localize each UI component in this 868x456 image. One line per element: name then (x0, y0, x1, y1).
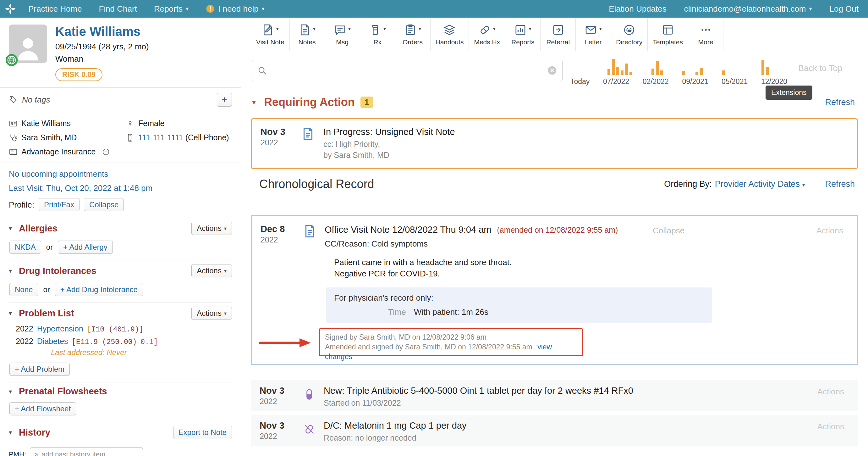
toolbar-msg-button[interactable]: ▾Msg (325, 18, 360, 51)
tags-empty-label: No tags (22, 95, 212, 105)
toolbar-templates-button[interactable]: Templates (648, 18, 688, 51)
timeline-bar (660, 70, 663, 75)
toolbar-directory-button[interactable]: Directory (611, 18, 648, 51)
nav-i-need-help[interactable]: I need help▾ (206, 4, 265, 14)
collapse-caret-icon[interactable]: ▾ (9, 267, 19, 275)
unsigned-note-by: by Sara Smith, MD (323, 151, 848, 160)
add-problem-button[interactable]: + Add Problem (9, 363, 70, 376)
toolbar-notes-button[interactable]: ▾Notes (290, 18, 325, 51)
collapse-note-button[interactable]: Collapse (653, 226, 684, 235)
insurance-card-icon (9, 147, 18, 156)
search-input[interactable] (267, 66, 547, 76)
problem-code: [E11.9 (250.00) (72, 338, 137, 346)
nav-elation-updates[interactable]: Elation Updates (609, 4, 666, 14)
chevron-down-icon: ▾ (186, 5, 189, 12)
collapse-caret-icon[interactable]: ▾ (9, 225, 19, 232)
detail-phone-link[interactable]: 111-111-1111 (138, 133, 183, 142)
ordering-by-select[interactable]: Provider Activity Dates ▾ (715, 179, 805, 189)
drug-intolerances-actions-button[interactable]: Actions▾ (191, 264, 232, 277)
item-title[interactable]: New: Triple Antibiotic 5-400-5000 Oint 1… (324, 386, 633, 396)
pmh-row: PMH: » add past history item (9, 447, 232, 456)
timeline-label-07-2022[interactable]: 07/2022 (603, 77, 629, 86)
last-visit-link[interactable]: Last Visit: Thu, Oct 20, 2022 at 1:48 pm (9, 183, 232, 193)
nav-reports[interactable]: Reports▾ (154, 4, 189, 14)
toolbar-reports-button[interactable]: ▾Reports (505, 18, 540, 51)
risk-badge[interactable]: RISK 0.09 (55, 68, 102, 81)
chronological-refresh-link[interactable]: Refresh (825, 179, 855, 189)
requiring-action-card[interactable]: Nov 3 2022 In Progress: Unsigned Visit N… (251, 118, 858, 169)
note-actions-button[interactable]: Actions (816, 226, 843, 235)
print-fax-button[interactable]: Print/Fax (39, 198, 80, 211)
visit-note-doc-icon (303, 224, 317, 238)
toolbar-visit-note-button[interactable]: ▾Visit Note (251, 18, 290, 51)
activity-timeline[interactable]: Today07/202202/202209/202105/202112/2020 (570, 53, 787, 86)
timeline-bar (682, 71, 685, 75)
add-tag-button[interactable]: + (217, 93, 232, 107)
visit-note-title[interactable]: Office Visit Note 12/08/2022 Thu 9:04 am (324, 225, 491, 235)
history-title: History (19, 427, 50, 438)
timeline-label-02-2022[interactable]: 02/2022 (643, 77, 669, 86)
problem-item: 2022Hypertension[I10 (401.9)] (16, 324, 232, 334)
allergies-row: NKDA or + Add Allergy (9, 240, 232, 254)
timeline-label-05-2021[interactable]: 05/2021 (721, 77, 748, 86)
timeline-bar (722, 70, 725, 75)
patient-gender: Woman (55, 54, 149, 64)
collapse-caret-icon[interactable]: ▾ (9, 309, 19, 317)
nav-left: Practice Home Find Chart Reports▾ I need… (28, 4, 265, 14)
nav-account-menu[interactable]: cliniciandemo@elationhealth.com▾ (684, 4, 812, 14)
nav-practice-home[interactable]: Practice Home (28, 4, 82, 14)
allergies-section: ▾ Allergies Actions▾ NKDA or + Add Aller… (9, 218, 232, 254)
allergies-actions-button[interactable]: Actions▾ (191, 222, 232, 235)
chronological-item[interactable]: Nov 32022New: Triple Antibiotic 5-400-50… (251, 380, 858, 411)
item-subtitle: Started on 11/03/2022 (324, 398, 633, 407)
none-button[interactable]: None (9, 283, 38, 296)
requiring-action-refresh-link[interactable]: Refresh (825, 97, 855, 107)
toolbar-rx-button[interactable]: ▾Rx (360, 18, 395, 51)
signature-highlight-box: Signed by Sara Smith, MD on 12/08/2022 9… (319, 328, 583, 356)
item-title[interactable]: D/C: Melatonin 1 mg Cap 1 per day (324, 421, 467, 431)
visit-note-card[interactable]: Dec 8 2022 Office Visit Note 12/08/2022 … (251, 215, 858, 365)
problem-name-link[interactable]: Diabetes (37, 337, 68, 346)
pmh-add-input[interactable]: » add past history item (30, 447, 143, 456)
toolbar-letter-button[interactable]: ▾Letter (576, 18, 611, 51)
detail-row: Sara Smith, MD 111-111-1111 (Cell Phone) (9, 133, 232, 142)
minus-circle-icon[interactable] (102, 148, 110, 156)
profile-collapse-button[interactable]: Collapse (84, 198, 124, 211)
toolbar-referral-button[interactable]: Referral (540, 18, 576, 51)
problem-name-link[interactable]: Hypertension (37, 324, 83, 333)
back-to-top-link[interactable]: Back to Top (798, 63, 842, 73)
nav-log-out[interactable]: Log Out (829, 4, 859, 14)
elation-logo[interactable] (0, 0, 21, 18)
add-flowsheet-button[interactable]: + Add Flowsheet (9, 402, 76, 416)
toolbar-more-button[interactable]: More (688, 18, 723, 51)
export-to-note-button[interactable]: Export to Note (173, 426, 232, 439)
search-icon (257, 66, 267, 75)
no-appointments-link[interactable]: No upcoming appointments (9, 169, 232, 179)
timeline-label-today[interactable]: Today (570, 77, 590, 86)
clear-search-icon[interactable] (547, 65, 557, 76)
patient-name[interactable]: Katie Williams (55, 25, 149, 39)
add-flowsheet-row: + Add Flowsheet (9, 402, 232, 416)
add-drug-intolerance-button[interactable]: + Add Drug Intolerance (55, 283, 143, 296)
notes-icon (299, 24, 311, 36)
collapse-caret-icon[interactable]: ▾ (9, 429, 19, 436)
chevron-down-icon: ▾ (348, 26, 351, 32)
nav-find-chart[interactable]: Find Chart (99, 4, 137, 14)
toolbar-meds-hx-button[interactable]: ▾Meds Hx (469, 18, 505, 51)
chevron-down-icon: ▾ (224, 268, 226, 274)
item-actions-button[interactable]: Actions (817, 387, 844, 397)
toolbar-handouts-button[interactable]: Handouts (431, 18, 469, 51)
add-allergy-button[interactable]: + Add Allergy (58, 240, 113, 254)
timeline-label-09-2021[interactable]: 09/2021 (682, 77, 708, 86)
item-actions-button[interactable]: Actions (817, 422, 844, 431)
elation-app: Practice Home Find Chart Reports▾ I need… (0, 0, 868, 456)
stethoscope-icon (9, 133, 18, 142)
chronological-item[interactable]: Nov 32022D/C: Melatonin 1 mg Cap 1 per d… (251, 415, 858, 446)
unsigned-note-title[interactable]: In Progress: Unsigned Visit Note (323, 127, 848, 137)
collapse-caret-icon[interactable]: ▾ (9, 388, 19, 395)
nkda-button[interactable]: NKDA (9, 240, 41, 254)
collapse-caret-icon[interactable]: ▾ (252, 98, 264, 107)
toolbar-orders-button[interactable]: ▾Orders (395, 18, 431, 51)
timeline-label-12-2020[interactable]: 12/2020 (761, 77, 787, 86)
problem-list-actions-button[interactable]: Actions▾ (191, 307, 232, 320)
